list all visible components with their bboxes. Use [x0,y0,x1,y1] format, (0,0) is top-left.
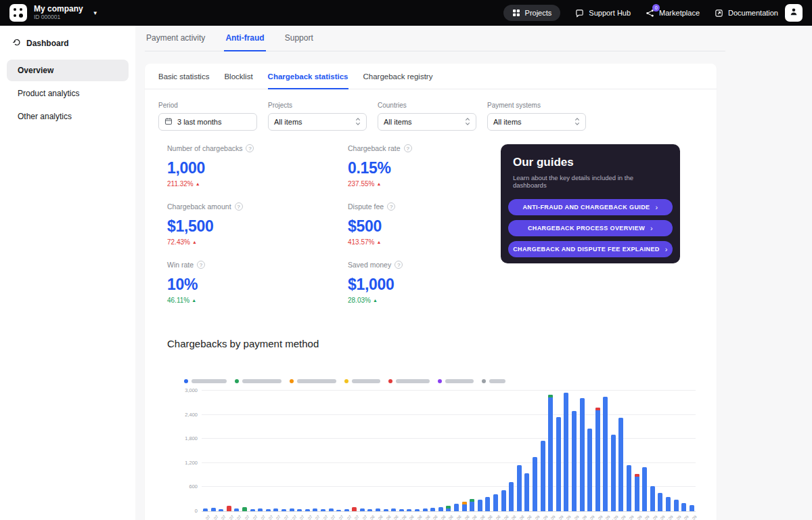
guide-button-chargeback-and-dispute-fee-explained[interactable]: Chargeback and dispute fee explained› [508,241,673,257]
x-tick-label: 01.07 [202,515,211,520]
tab-anti-fraud[interactable]: Anti-fraud [224,33,265,51]
x-axis-tick: 05.09 [548,515,553,520]
legend-item-4[interactable] [344,379,380,383]
subtab-basic-statistics[interactable]: Basic statistics [158,72,209,89]
sidebar-item-other-analytics[interactable]: Other analytics [7,106,129,127]
legend-item-1[interactable] [184,379,227,383]
x-tick-label: 13.07 [265,515,274,520]
sidebar-item-product-analytics[interactable]: Product analytics [7,83,129,104]
chart-bar [234,508,239,511]
subtab-chargeback-statistics[interactable]: Chargeback statistics [268,72,348,89]
x-axis-tick: 01.07 [203,515,208,520]
help-icon[interactable]: ? [404,144,412,152]
filter-value: All items [274,118,302,126]
user-avatar-button[interactable] [785,4,803,22]
stat-saved-money: Saved money?$1,00028.03%▲ [348,261,501,319]
x-tick-label: 08.09 [562,515,572,520]
subtab-chargeback-registry[interactable]: Chargeback registry [363,72,433,89]
chart-bar [211,508,216,511]
legend-item-6[interactable] [438,379,474,383]
legend-label-masked [191,379,227,383]
x-tick-label: 13.08 [429,515,438,520]
x-tick-label: 06.08 [390,515,399,520]
help-icon[interactable]: ? [235,202,243,211]
y-axis-tick: 1,800 [171,435,198,441]
company-id: ID 000001 [34,14,83,21]
stat-label-text: Win rate [167,261,194,269]
legend-item-2[interactable] [235,379,281,383]
chart-bar [564,393,568,511]
help-icon[interactable]: ? [394,261,403,269]
company-logo[interactable] [9,4,27,22]
x-axis-tick: 25.07 [329,515,334,520]
guide-button-label: Chargeback and dispute fee explained [513,246,660,253]
chart-bar [415,509,420,511]
chart-bar [509,482,514,511]
filter-projects: ProjectsAll items [268,102,367,131]
help-icon[interactable]: ? [197,261,205,269]
chart-bar [690,505,694,511]
company-name: My company [34,5,83,14]
company-switcher[interactable]: My company ID 000001 [34,5,83,21]
x-tick-label: 03.08 [374,515,384,520]
nav-documentation[interactable]: Documentation [715,9,778,18]
legend-item-7[interactable] [482,379,505,383]
guide-button-chargeback-process-overview[interactable]: Chargeback process overview› [508,220,673,236]
chart-bar [367,509,372,511]
select-chevrons-icon [465,117,470,127]
x-tick-label: 31.07 [359,515,368,520]
chart-bar [541,441,545,511]
chart-bar [580,398,585,511]
chart-bar [250,509,255,511]
tab-payment-activity[interactable]: Payment activity [145,33,206,51]
stat-delta-text: 28.03% [348,297,371,304]
legend-item-3[interactable] [290,379,336,383]
trend-up-icon: ▲ [191,298,196,303]
help-icon[interactable]: ? [387,202,395,211]
filter-label: Countries [378,102,476,109]
x-axis-tick: 08.09 [564,515,568,520]
legend-dot [388,379,392,383]
chart-bar [219,509,223,511]
filter-value: All items [493,118,522,126]
legend-label-masked [352,379,380,383]
sidebar-dashboard-link[interactable]: Dashboard [0,32,135,58]
nav-marketplace[interactable]: 0Marketplace [646,9,700,18]
chart-bar [391,508,396,511]
bars-container [202,391,696,511]
projects-select[interactable]: All items [268,113,367,131]
sidebar-item-overview[interactable]: Overview [7,60,129,81]
nav-projects[interactable]: Projects [503,5,561,21]
nav-support-hub[interactable]: Support Hub [575,9,631,18]
chart-bar [533,457,537,511]
x-tick-label: 14.09 [593,515,603,520]
x-axis-tick: 24.09 [650,515,655,520]
x-tick-label: 30.09 [688,515,698,520]
payment-systems-select[interactable]: All items [487,113,586,131]
chart-bar [266,509,271,511]
x-axis-tick: 12.08 [423,515,428,520]
x-tick-label: 01.08 [366,515,376,520]
guides-subtitle: Learn about the key details included in … [508,174,673,189]
period-date-input[interactable]: 3 last months [158,113,257,131]
x-tick-label: 26.09 [656,515,666,520]
countries-select[interactable]: All items [378,113,476,131]
chart-bar [462,502,467,511]
guide-button-label: Chargeback process overview [528,225,645,232]
x-tick-label: 26.07 [335,515,344,520]
stat-label: Win rate? [167,261,348,269]
x-tick-label: 23.09 [641,515,650,520]
chart-bar [227,506,231,511]
x-axis-tick: 08.07 [242,515,247,520]
tab-support[interactable]: Support [284,33,315,51]
subtab-blocklist[interactable]: Blocklist [224,72,252,89]
legend-item-5[interactable] [388,379,430,383]
chevron-down-icon[interactable]: ▼ [93,10,98,16]
chevron-right-icon: › [655,203,658,211]
legend-label-masked [445,379,474,383]
x-axis-tick: 21.09 [635,515,639,520]
guide-button-label: Anti-fraud and chargeback guide [522,204,650,211]
legend-label-masked [242,379,281,383]
guide-button-anti-fraud-and-chargeback-guide[interactable]: Anti-fraud and chargeback guide› [508,199,673,215]
help-icon[interactable]: ? [246,144,254,152]
